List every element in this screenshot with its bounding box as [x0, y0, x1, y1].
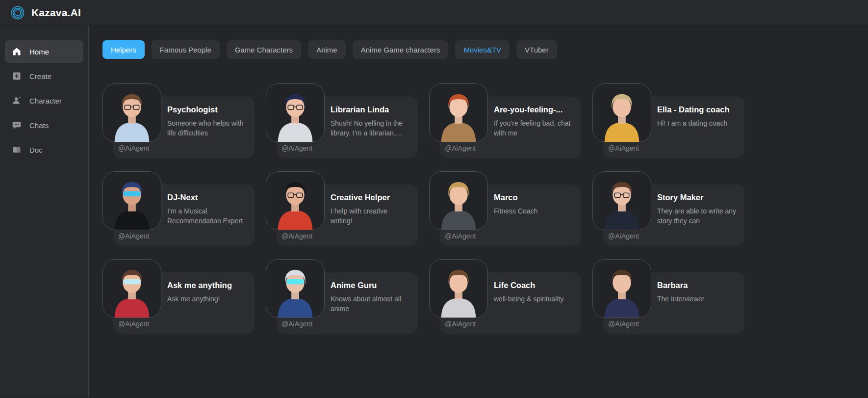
- character-card[interactable]: Librarian Linda Shush! No yelling in the…: [266, 83, 418, 158]
- character-handle: @AiAgent: [281, 320, 312, 328]
- character-handle: @AiAgent: [118, 144, 149, 152]
- character-handle: @AiAgent: [608, 144, 639, 152]
- home-icon: [12, 47, 22, 56]
- character-description: Ask me anything!: [167, 294, 247, 304]
- avatar-illustration-icon: [266, 262, 324, 318]
- character-description: well-being & spirituality: [494, 294, 573, 304]
- sidebar-item-character[interactable]: Character: [5, 89, 83, 112]
- main-content: Helpers Famous People Game Characters An…: [89, 26, 868, 398]
- character-card[interactable]: Creative Helper I help with creative wri…: [266, 171, 418, 246]
- kazava-logo-icon: [11, 6, 25, 20]
- avatar-illustration-icon: [593, 174, 651, 230]
- avatar-illustration-icon: [103, 174, 161, 230]
- character-card[interactable]: Are-you-feeling-... If you’re feeling ba…: [429, 83, 581, 158]
- category-filter-bar: Helpers Famous People Game Characters An…: [102, 40, 868, 59]
- sidebar-item-create[interactable]: Create: [5, 65, 83, 87]
- character-avatar: [592, 259, 651, 318]
- character-name: Creative Helper: [331, 193, 411, 202]
- visor-accessory: [286, 279, 304, 284]
- avatar-illustration-icon: [266, 86, 324, 142]
- character-description: I help with creative writing!: [331, 207, 410, 226]
- sidebar-item-label: Chats: [29, 121, 49, 130]
- character-handle: @AiAgent: [281, 232, 312, 240]
- character-handle: @AiAgent: [281, 144, 312, 152]
- filter-chip-anime-game-characters[interactable]: Anime Game characters: [353, 40, 449, 59]
- character-handle: @AiAgent: [118, 320, 149, 328]
- character-card[interactable]: Anime Guru Knows about almost all anime …: [266, 259, 418, 334]
- character-name: Barbara: [657, 281, 738, 290]
- sidebar: Home Create Character Chats: [0, 26, 89, 398]
- avatar-illustration-icon: [103, 86, 161, 142]
- character-card[interactable]: Marco Fitness Coach @AiAgent: [429, 171, 581, 246]
- character-avatar: [266, 83, 325, 142]
- character-avatar: [266, 259, 325, 318]
- sidebar-item-label: Home: [29, 48, 49, 56]
- character-avatar: [592, 171, 651, 230]
- character-card[interactable]: Barbara The Interviewer @AiAgent: [592, 259, 744, 334]
- character-avatar: [429, 83, 488, 142]
- character-name: Story Maker: [657, 193, 738, 202]
- character-name: Marco: [494, 193, 574, 202]
- character-grid: Psychologist Someone who helps with life…: [102, 83, 868, 334]
- character-name: Ella - Dating coach: [657, 105, 738, 114]
- character-description: Someone who helps with life difficulties: [167, 119, 247, 138]
- character-handle: @AiAgent: [608, 232, 639, 240]
- avatar-illustration-icon: [266, 174, 324, 230]
- create-icon: [12, 71, 22, 81]
- avatar-illustration-icon: [430, 174, 487, 230]
- character-name: Librarian Linda: [331, 105, 411, 114]
- character-avatar: [102, 259, 161, 318]
- character-name: Ask me anything: [167, 281, 248, 290]
- character-card[interactable]: Ella - Dating coach Hi! I am a dating co…: [592, 83, 744, 158]
- sidebar-item-label: Create: [29, 72, 51, 80]
- sidebar-item-home[interactable]: Home: [5, 40, 83, 63]
- character-description: They are able to write any story they ca…: [657, 207, 737, 226]
- character-description: Fitness Coach: [494, 207, 573, 216]
- chats-icon: [12, 120, 22, 130]
- character-description: If you’re feeling bad, chat with me: [494, 119, 573, 138]
- character-name: Anime Guru: [331, 281, 411, 290]
- character-avatar: [266, 171, 325, 230]
- visor-accessory: [123, 191, 140, 196]
- character-avatar: [102, 83, 161, 142]
- character-card[interactable]: Psychologist Someone who helps with life…: [102, 83, 255, 158]
- character-avatar: [429, 171, 488, 230]
- visor-accessory: [123, 279, 140, 284]
- character-avatar: [102, 171, 161, 230]
- brand-name: Kazava.AI: [31, 7, 81, 19]
- character-handle: @AiAgent: [445, 320, 476, 328]
- character-handle: @AiAgent: [445, 144, 476, 152]
- character-icon: [12, 96, 22, 106]
- avatar-illustration-icon: [430, 86, 487, 142]
- filter-chip-vtuber[interactable]: VTuber: [516, 40, 557, 59]
- character-card[interactable]: Life Coach well-being & spirituality @Ai…: [429, 259, 581, 334]
- character-card[interactable]: DJ-Next I’m a Musical Recommendation Exp…: [102, 171, 255, 246]
- character-description: The Interviewer: [657, 294, 737, 304]
- filter-chip-anime[interactable]: Anime: [308, 40, 346, 59]
- filter-chip-game-characters[interactable]: Game Characters: [227, 40, 301, 59]
- filter-chip-helpers[interactable]: Helpers: [102, 40, 145, 59]
- avatar-illustration-icon: [103, 262, 161, 318]
- topbar: Kazava.AI: [0, 0, 868, 26]
- character-card[interactable]: Story Maker They are able to write any s…: [592, 171, 744, 246]
- doc-icon: [12, 145, 22, 155]
- character-description: I’m a Musical Recommendation Expert: [167, 207, 247, 226]
- character-name: DJ-Next: [167, 193, 248, 202]
- character-handle: @AiAgent: [118, 232, 149, 240]
- character-description: Knows about almost all anime: [331, 294, 410, 314]
- sidebar-item-doc[interactable]: Doc: [5, 138, 83, 161]
- character-avatar: [429, 259, 488, 318]
- character-handle: @AiAgent: [445, 232, 476, 240]
- avatar-illustration-icon: [593, 262, 651, 318]
- character-name: Psychologist: [167, 105, 248, 114]
- character-card[interactable]: Ask me anything Ask me anything! @AiAgen…: [102, 259, 255, 334]
- filter-chip-famous-people[interactable]: Famous People: [152, 40, 220, 59]
- character-handle: @AiAgent: [608, 320, 639, 328]
- character-description: Shush! No yelling in the library. I’m a …: [331, 119, 410, 138]
- character-description: Hi! I am a dating coach: [657, 119, 737, 129]
- filter-chip-movies-tv[interactable]: Movies&TV: [455, 40, 510, 59]
- sidebar-item-label: Character: [29, 97, 62, 105]
- sidebar-item-chats[interactable]: Chats: [5, 114, 83, 136]
- avatar-illustration-icon: [430, 262, 487, 318]
- character-name: Are-you-feeling-...: [494, 105, 574, 114]
